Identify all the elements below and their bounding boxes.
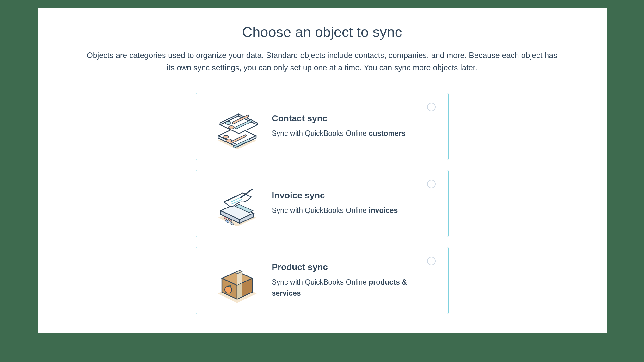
card-desc-prefix: Sync with QuickBooks Online	[272, 206, 369, 214]
card-text: Contact sync Sync with QuickBooks Online…	[272, 113, 436, 139]
sync-card-contact[interactable]: Contact sync Sync with QuickBooks Online…	[196, 93, 449, 160]
card-text: Product sync Sync with QuickBooks Online…	[272, 262, 436, 299]
card-title: Product sync	[272, 262, 436, 272]
sync-card-invoice[interactable]: Invoice sync Sync with QuickBooks Online…	[196, 170, 449, 237]
radio-select[interactable]	[427, 257, 436, 265]
svg-point-13	[229, 126, 234, 129]
svg-point-7	[223, 135, 229, 138]
svg-point-9	[226, 139, 232, 142]
product-box-icon	[212, 257, 262, 304]
card-title: Contact sync	[272, 113, 436, 124]
card-title: Invoice sync	[272, 190, 436, 201]
card-description: Sync with QuickBooks Online invoices	[272, 205, 436, 216]
card-desc-strong: invoices	[369, 206, 398, 214]
radio-select[interactable]	[427, 103, 436, 111]
card-desc-strong: customers	[369, 129, 405, 137]
card-description: Sync with QuickBooks Online customers	[272, 128, 436, 139]
radio-select[interactable]	[427, 180, 436, 188]
page-subtitle: Objects are categories used to organize …	[85, 49, 559, 74]
svg-marker-32	[237, 283, 242, 299]
svg-point-34	[229, 285, 231, 287]
card-text: Invoice sync Sync with QuickBooks Online…	[272, 190, 436, 216]
contacts-icon	[212, 103, 262, 150]
page-title: Choose an object to sync	[57, 24, 588, 40]
sync-cards-list: Contact sync Sync with QuickBooks Online…	[57, 93, 588, 314]
card-desc-prefix: Sync with QuickBooks Online	[272, 278, 369, 286]
card-desc-prefix: Sync with QuickBooks Online	[272, 129, 369, 137]
svg-point-33	[225, 286, 232, 293]
svg-point-11	[225, 121, 231, 124]
card-description: Sync with QuickBooks Online products & s…	[272, 277, 436, 299]
invoice-icon	[212, 180, 262, 227]
svg-marker-4	[220, 116, 257, 134]
sync-object-panel: Choose an object to sync Objects are cat…	[38, 8, 607, 333]
sync-card-product[interactable]: Product sync Sync with QuickBooks Online…	[196, 247, 449, 314]
